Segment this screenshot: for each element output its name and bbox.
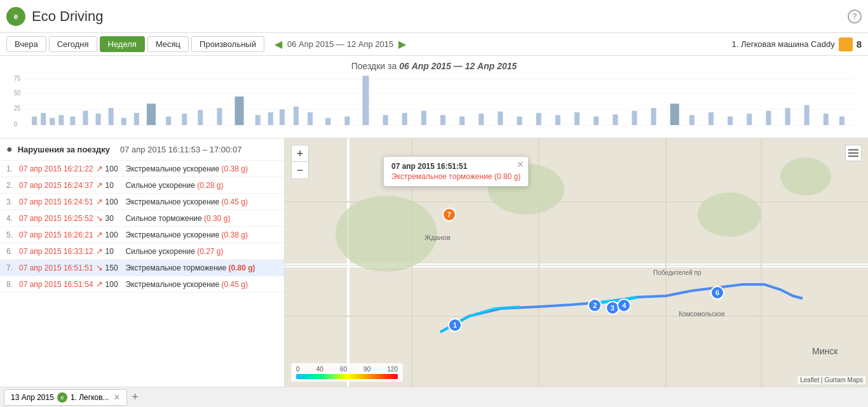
bottom-tab[interactable]: 13 Апр 2015 e 1. Легков... ✕ [4,389,127,406]
period-week[interactable]: Неделя [100,36,145,52]
location-icon: ● [6,143,13,155]
svg-rect-39 [517,117,522,126]
period-today[interactable]: Сегодня [49,36,97,52]
tab-vehicle-icon: e [57,392,67,403]
map-popup: ✕ 07 апр 2015 16:51:51 Экстремальное тор… [383,156,529,187]
tab-close-button[interactable]: ✕ [114,393,120,402]
svg-rect-77 [848,156,858,157]
map-zoom-controls: + − [291,145,309,179]
svg-rect-53 [785,108,790,125]
bar-chart: 75 50 25 0 [13,74,855,131]
violation-row[interactable]: 5. 07 апр 2015 16:26:21 ↗ 100 Экстремаль… [0,227,284,243]
svg-rect-51 [747,114,752,125]
svg-rect-44 [613,114,618,125]
trip-date: 07 апр 2015 16:11:53 – 17:00:07 [120,145,241,154]
svg-rect-28 [308,112,313,125]
svg-rect-20 [182,114,187,125]
violations-title: Нарушения за поездку [18,145,110,154]
svg-rect-13 [83,111,88,126]
svg-rect-26 [280,109,285,125]
violations-panel: ● Нарушения за поездку 07 апр 2015 16:11… [0,138,285,387]
svg-rect-36 [459,117,465,126]
svg-point-70 [780,157,831,196]
svg-rect-54 [804,105,810,126]
violations-header: ● Нарушения за поездку 07 апр 2015 16:11… [0,138,284,161]
violation-row[interactable]: 8. 07 апр 2015 16:51:54 ↗ 100 Экстремаль… [0,276,284,293]
map-marker-2[interactable]: 2 [588,298,602,312]
tab-add-button[interactable]: + [128,390,142,404]
svg-rect-32 [383,115,388,125]
svg-rect-11 [58,115,64,125]
svg-rect-38 [498,112,503,125]
chart-title: Поездки за 06 Апр 2015 — 12 Апр 2015 [13,61,855,71]
svg-rect-21 [198,110,203,125]
svg-rect-15 [109,108,114,125]
svg-rect-31 [362,76,369,125]
accel-icon: ↗ [96,279,103,289]
svg-rect-33 [402,113,407,125]
violation-row-selected[interactable]: 7. 07 апр 2015 16:51:51 ↘ 150 Экстремаль… [0,260,284,276]
violation-row[interactable]: 6. 07 апр 2015 16:33:12 ↗ 10 Сильное уск… [0,243,284,260]
svg-rect-14 [96,114,101,125]
zoom-out-button[interactable]: − [292,162,308,178]
svg-rect-42 [574,112,580,125]
svg-rect-48 [689,115,695,125]
zoom-in-button[interactable]: + [292,145,308,162]
svg-rect-37 [478,114,484,125]
vehicle-info: 1. Легковая машина Caddy 8 [732,37,862,51]
violation-row[interactable]: 2. 07 апр 2015 16:24:37 ↗ 10 Сильное уск… [0,177,284,194]
map-marker-4[interactable]: 4 [617,298,631,312]
svg-rect-52 [766,111,771,126]
svg-text:75: 75 [14,75,20,83]
period-custom[interactable]: Произвольный [191,36,264,52]
date-next-button[interactable]: ▶ [397,38,407,50]
svg-rect-29 [325,118,330,125]
svg-rect-34 [421,111,426,126]
tab-label: 1. Легков... [71,393,109,402]
svg-rect-47 [670,103,679,125]
tab-date: 13 Апр 2015 [11,393,54,402]
svg-text:50: 50 [14,89,20,97]
svg-rect-55 [824,114,829,125]
map-marker-1[interactable]: 1 [448,318,462,332]
svg-rect-45 [632,111,637,126]
popup-date: 07 апр 2015 16:51:51 [391,162,520,171]
date-prev-button[interactable]: ◀ [273,38,283,50]
popup-close-button[interactable]: ✕ [517,159,524,170]
period-month[interactable]: Месяц [147,36,189,52]
bottom-tab-bar: 13 Апр 2015 e 1. Легков... ✕ + [0,387,868,407]
chart-area: Поездки за 06 Апр 2015 — 12 Апр 2015 75 … [0,56,868,138]
svg-rect-46 [651,108,656,125]
svg-point-67 [336,196,437,272]
layers-icon [848,148,858,158]
svg-rect-23 [235,97,244,125]
brake-icon: ↘ [96,263,103,272]
date-navigation: ◀ 06 Апр 2015 — 12 Апр 2015 ▶ [273,38,407,50]
map-area: Минск Жданов Победителей пр Комсомольско… [285,138,868,387]
svg-rect-12 [70,117,75,126]
speed-gradient-bar [296,374,398,379]
violation-row[interactable]: 4. 07 апр 2015 16:25:52 ↘ 30 Сильное тор… [0,210,284,227]
svg-rect-8 [32,117,37,126]
svg-rect-16 [121,118,126,125]
svg-rect-9 [41,113,46,125]
help-icon[interactable]: ? [848,10,862,23]
vehicle-label: 1. Легковая машина Caddy [732,39,835,49]
violation-row[interactable]: 3. 07 апр 2015 16:24:51 ↗ 100 Экстремаль… [0,194,284,210]
svg-rect-50 [728,117,733,126]
main-content: ● Нарушения за поездку 07 апр 2015 16:11… [0,138,868,387]
violation-row[interactable]: 1. 07 апр 2015 16:21:22 ↗ 100 Экстремаль… [0,161,284,177]
svg-point-69 [698,192,761,237]
period-yesterday[interactable]: Вчера [6,36,46,52]
violations-list: 1. 07 апр 2015 16:21:22 ↗ 100 Экстремаль… [0,161,284,293]
popup-description: Экстремальное торможение (0.80 g) [391,172,520,181]
accel-icon: ↗ [96,164,103,173]
svg-rect-27 [294,107,299,125]
brake-icon: ↘ [96,213,103,223]
svg-rect-19 [166,117,171,126]
map-layers-button[interactable] [845,145,862,161]
svg-text:Жданов: Жданов [424,234,451,241]
svg-rect-35 [440,115,445,125]
svg-rect-25 [268,112,273,125]
svg-text:Победителей пр: Победителей пр [653,269,702,276]
